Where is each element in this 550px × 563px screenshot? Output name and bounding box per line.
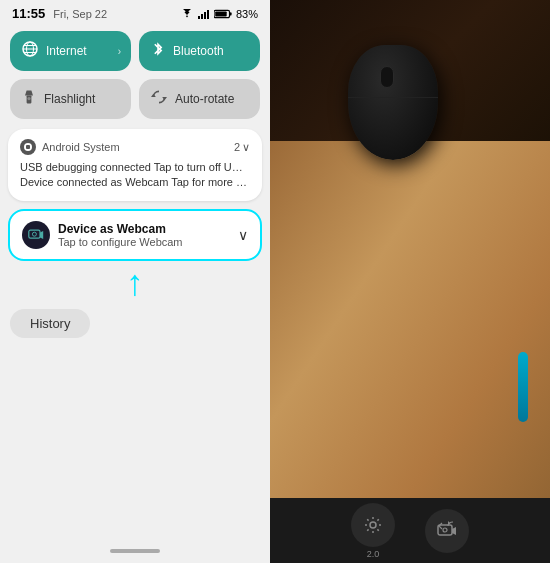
home-indicator	[110, 549, 160, 553]
tile-flashlight[interactable]: Flashlight	[10, 79, 131, 119]
battery-icon	[214, 9, 232, 19]
status-time: 11:55	[12, 6, 45, 21]
tile-bluetooth[interactable]: Bluetooth	[139, 31, 260, 71]
svg-rect-18	[26, 145, 30, 149]
webcam-chevron-icon: ∨	[238, 227, 248, 243]
status-icons: 83%	[180, 8, 258, 20]
camera-background	[270, 0, 550, 563]
svg-point-25	[443, 528, 447, 532]
svg-point-22	[370, 522, 376, 528]
tile-bluetooth-label: Bluetooth	[173, 44, 224, 58]
svg-rect-3	[207, 10, 209, 19]
notif-line-1: USB debugging connected Tap to turn off …	[20, 161, 250, 173]
svg-rect-0	[198, 16, 200, 19]
battery-pct: 83%	[236, 8, 258, 20]
camera-controls-bar: 2.0	[270, 498, 550, 563]
tile-flashlight-label: Flashlight	[44, 92, 95, 106]
svg-rect-6	[230, 12, 232, 15]
history-button[interactable]: History	[10, 309, 90, 338]
tile-internet[interactable]: Internet ›	[10, 31, 131, 71]
webcam-notification[interactable]: Device as Webcam Tap to configure Webcam…	[8, 209, 262, 261]
mouse-button-divider	[348, 97, 438, 98]
svg-marker-15	[151, 94, 156, 97]
bluetooth-icon	[151, 41, 165, 61]
webcam-notif-left: Device as Webcam Tap to configure Webcam	[22, 221, 183, 249]
camera-switch-icon	[436, 520, 458, 542]
notif-count: 2 ∨	[234, 141, 250, 154]
tile-autorotate-label: Auto-rotate	[175, 92, 234, 106]
internet-icon	[22, 41, 38, 61]
camera-settings-button[interactable]	[351, 503, 395, 547]
cyan-arrow-icon: ↑	[126, 265, 144, 301]
settings-icon	[363, 515, 383, 535]
svg-rect-19	[29, 230, 40, 238]
tile-internet-label: Internet	[46, 44, 87, 58]
android-system-name: Android System	[42, 141, 120, 153]
webcam-icon	[22, 221, 50, 249]
svg-marker-16	[162, 97, 167, 100]
svg-rect-5	[215, 11, 226, 16]
webcam-subtitle: Tap to configure Webcam	[58, 236, 183, 248]
svg-rect-1	[201, 14, 203, 19]
status-bar: 11:55 Fri, Sep 22 83%	[0, 0, 270, 25]
svg-point-21	[32, 232, 36, 236]
mouse-scroll-wheel	[380, 66, 394, 88]
svg-point-14	[27, 97, 30, 100]
camera-settings-group: 2.0	[351, 503, 395, 559]
svg-rect-2	[204, 12, 206, 19]
autorotate-icon	[151, 89, 167, 109]
flashlight-icon	[22, 89, 36, 109]
quick-tiles-grid: Internet › Bluetooth Flashlight	[0, 25, 270, 129]
webcam-title: Device as Webcam	[58, 222, 183, 236]
mouse-shape	[348, 45, 438, 160]
svg-marker-13	[25, 91, 33, 96]
arrow-indicator: ↑	[0, 265, 270, 301]
usb-cable	[518, 352, 528, 422]
wifi-icon	[180, 9, 194, 19]
tile-autorotate[interactable]: Auto-rotate	[139, 79, 260, 119]
camera-view	[270, 0, 550, 563]
zoom-level-label: 2.0	[367, 549, 380, 559]
tile-internet-arrow: ›	[118, 46, 121, 57]
signal-icon	[198, 9, 210, 19]
notif-line-2: Device connected as Webcam Tap for more …	[20, 176, 250, 188]
android-system-notification[interactable]: Android System 2 ∨ USB debugging connect…	[8, 129, 262, 201]
camera-switch-button[interactable]	[425, 509, 469, 553]
status-date: Fri, Sep 22	[53, 8, 107, 20]
android-system-icon	[20, 139, 36, 155]
camera-panel: 2.0	[270, 0, 550, 563]
android-notification-shade: 11:55 Fri, Sep 22 83%	[0, 0, 270, 563]
